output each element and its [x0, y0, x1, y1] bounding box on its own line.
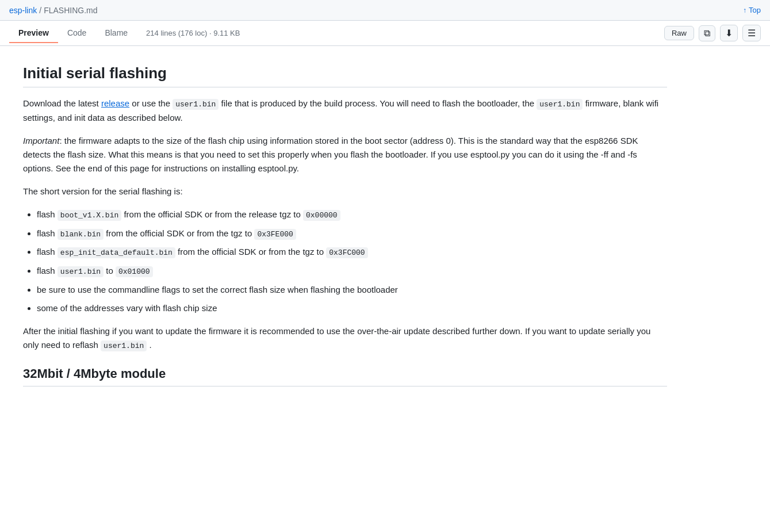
para1-text-after-link: or use the — [129, 98, 173, 108]
bullet-item-3-code2: 0x01000 — [116, 266, 153, 277]
list-item: flash esp_init_data_default.bin from the… — [37, 245, 667, 259]
paragraph-1: Download the latest release or use the u… — [23, 97, 667, 125]
download-button[interactable]: ⬇ — [720, 25, 738, 41]
list-item: flash blank.bin from the official SDK or… — [37, 227, 667, 241]
para4-code: user1.bin — [101, 340, 147, 351]
bullet-item-4-text: be sure to use the commandline flags to … — [37, 285, 398, 294]
bullet-item-0-middle: from the official SDK or from the releas… — [121, 209, 303, 219]
bullet-item-1-before: flash — [37, 228, 58, 238]
bullet-item-0-before: flash — [37, 209, 58, 219]
list-item: flash user1.bin to 0x01000 — [37, 264, 667, 278]
tab-preview[interactable]: Preview — [9, 24, 58, 43]
para2-text: : the firmware adapts to the size of the… — [23, 136, 638, 173]
bullet-item-1-code1: blank.bin — [58, 229, 104, 240]
toolbar-right: Raw ⧉ ⬇ ☰ — [664, 25, 761, 41]
bullet-item-5-text: some of the addresses vary with flash ch… — [37, 303, 217, 313]
list-item: some of the addresses vary with flash ch… — [37, 301, 667, 315]
bullet-item-1-middle: from the official SDK or from the tgz to — [104, 228, 254, 238]
heading-initial-serial-flashing: Initial serial flashing — [23, 64, 667, 87]
tab-blame[interactable]: Blame — [95, 24, 137, 43]
para2-important-em: Important — [23, 136, 59, 146]
copy-icon: ⧉ — [704, 28, 710, 39]
paragraph-3: The short version for the serial flashin… — [23, 185, 667, 198]
toc-icon: ☰ — [748, 28, 756, 39]
list-item: be sure to use the commandline flags to … — [37, 283, 667, 297]
top-label: Top — [749, 6, 761, 14]
tab-code[interactable]: Code — [58, 24, 95, 43]
paragraph-2: Important: the firmware adapts to the si… — [23, 134, 667, 175]
bullet-item-2-code1: esp_init_data_default.bin — [58, 247, 175, 258]
bullet-item-2-code2: 0x3FC000 — [326, 247, 367, 258]
bullet-item-3-middle: to — [104, 266, 116, 275]
heading-32mbit: 32Mbit / 4Mbyte module — [23, 366, 667, 386]
bullet-item-0-code1: boot_v1.X.bin — [58, 210, 121, 221]
para1-code2: user1.bin — [537, 99, 583, 110]
top-bar: esp-link / FLASHING.md ↑ Top — [0, 0, 770, 21]
up-arrow-icon: ↑ — [743, 6, 746, 14]
para1-text-before-link: Download the latest — [23, 98, 101, 108]
bullet-item-2-before: flash — [37, 247, 58, 257]
breadcrumb: esp-link / FLASHING.md — [9, 6, 98, 15]
file-metadata: 214 lines (176 loc) · 9.11 KB — [146, 29, 240, 37]
tab-bar: Preview Code Blame 214 lines (176 loc) ·… — [0, 21, 770, 46]
para1-middle-text: file that is produced by the build proce… — [219, 98, 537, 108]
bullet-list: flash boot_v1.X.bin from the official SD… — [37, 208, 667, 315]
main-content: Initial serial flashing Download the lat… — [0, 46, 690, 414]
bullet-item-2-middle: from the official SDK or from the tgz to — [175, 247, 326, 257]
paragraph-4: After the initial flashing if you want t… — [23, 324, 667, 353]
file-name: FLASHING.md — [44, 6, 97, 15]
bullet-item-3-before: flash — [37, 266, 58, 275]
raw-button[interactable]: Raw — [664, 26, 694, 40]
tab-group: Preview Code Blame 214 lines (176 loc) ·… — [9, 24, 240, 43]
copy-button[interactable]: ⧉ — [699, 25, 715, 41]
bullet-item-3-code1: user1.bin — [58, 266, 104, 277]
bullet-item-1-code2: 0x3FE000 — [254, 229, 296, 240]
repo-link[interactable]: esp-link — [9, 6, 37, 15]
top-button[interactable]: ↑ Top — [743, 6, 761, 14]
para1-code1: user1.bin — [173, 99, 219, 110]
list-item: flash boot_v1.X.bin from the official SD… — [37, 208, 667, 222]
para4-end: . — [147, 340, 151, 350]
bullet-item-0-code2: 0x00000 — [303, 210, 340, 221]
toc-button[interactable]: ☰ — [742, 25, 761, 41]
breadcrumb-separator: / — [39, 6, 41, 15]
download-icon: ⬇ — [725, 28, 733, 39]
release-link[interactable]: release — [101, 98, 129, 108]
